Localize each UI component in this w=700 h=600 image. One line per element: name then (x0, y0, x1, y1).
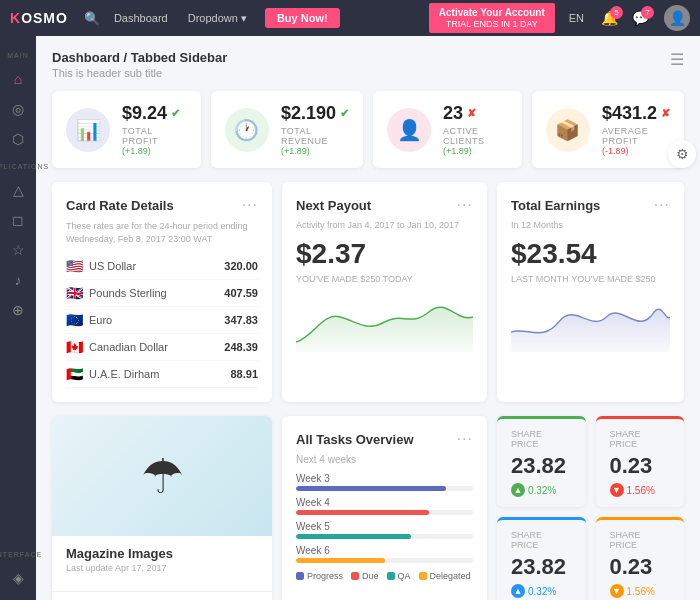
rate-row-cad: 🇨🇦Canadian Dollar 248.39 (66, 334, 258, 361)
next-payout-menu[interactable]: ··· (457, 196, 473, 214)
buy-button[interactable]: Buy Now! (265, 8, 340, 28)
total-earnings-value: $23.54 (511, 238, 670, 270)
activate-banner: Activate Your Account TRIAL ENDS IN 1 DA… (429, 3, 555, 34)
total-earnings-period: In 12 Months (511, 220, 670, 230)
sidebar-music[interactable]: ♪ (2, 266, 34, 294)
card-rate-menu[interactable]: ··· (242, 196, 258, 214)
tasks-title: All Tasks Overview (296, 432, 414, 447)
card-rate-title: Card Rate Details (66, 198, 174, 213)
revenue-label: TOTAL REVENUE (281, 126, 349, 146)
revenue-change: (+1.89) (281, 146, 349, 156)
avatar[interactable]: 👤 (664, 5, 690, 31)
sidebar-home[interactable]: ⌂ (2, 65, 34, 93)
avg-profit-label: AVERAGE PROFIT (602, 126, 670, 146)
tasks-menu[interactable]: ··· (457, 430, 473, 448)
share-change-4: ▼ 1.56% (610, 584, 671, 598)
avg-profit-value: $431.2 ✘ (602, 103, 670, 124)
amount-gbp: 407.59 (224, 287, 258, 299)
rate-row-aed: 🇦🇪U.A.E. Dirham 88.91 (66, 361, 258, 388)
magazine-update: Last update Apr 17, 2017 (66, 563, 258, 573)
menu-icon[interactable]: ☰ (670, 50, 684, 69)
share-card-2: SHARE PRICE 0.23 ▼ 1.56% (596, 416, 685, 507)
share-row-1: SHARE PRICE 23.82 ▲ 0.32% SHARE PRICE 0.… (497, 416, 684, 507)
profit-icon: 📊 (66, 108, 110, 152)
bottom-row: ☂ Magazine Images Last update Apr 17, 20… (52, 416, 684, 600)
total-earnings-sub: LAST MONTH YOU'VE MADE $250 (511, 274, 670, 284)
rate-row-usd: 🇺🇸US Dollar 320.00 (66, 253, 258, 280)
next-payout-made: YOU'VE MADE $250 TODAY (296, 274, 473, 284)
rate-row-gbp: 🇬🇧Pounds Sterling 407.59 (66, 280, 258, 307)
main-content: Dashboard / Tabbed Sidebar This is heade… (36, 36, 700, 600)
avg-profit-change: (-1.89) (602, 146, 670, 156)
share-change-1: ▲ 0.32% (511, 483, 572, 497)
nav-dropdown[interactable]: Dropdown ▾ (182, 8, 253, 29)
sidebar-users[interactable]: △ (2, 176, 34, 204)
page-header: Dashboard / Tabbed Sidebar This is heade… (52, 50, 684, 79)
share-card-3: SHARE PRICE 23.82 ▲ 0.32% (497, 517, 586, 600)
settings-gear-icon[interactable]: ⚙ (668, 140, 696, 168)
page-subtitle: This is header sub title (52, 67, 227, 79)
task-week6: Week 6 (296, 545, 473, 563)
total-earnings-title: Total Earnings (511, 198, 600, 213)
layout: MAIN ⌂ ◎ ⬡ APPLICATIONS △ ◻ ☆ ♪ ⊕ INTERF… (0, 36, 700, 600)
next-payout-chart (296, 292, 473, 352)
share-card-4: SHARE PRICE 0.23 ▼ 1.56% (596, 517, 685, 600)
card-rate-subtitle: These rates are for the 24-hour period e… (66, 220, 258, 245)
stat-cards-row: 📊 $9.24 ✔ TOTAL PROFIT (+1.89) 🕐 $2.190 … (52, 91, 684, 168)
magazine-image: ☂ (52, 416, 272, 536)
task-rows: Week 3 Week 4 Week 5 Week 6 (296, 473, 473, 563)
next-payout-value: $2.37 (296, 238, 473, 270)
stat-card-avg-profit: 📦 $431.2 ✘ AVERAGE PROFIT (-1.89) (532, 91, 684, 168)
share-change-2: ▼ 1.56% (610, 483, 671, 497)
sidebar-tasks[interactable]: ☆ (2, 236, 34, 264)
amount-cad: 248.39 (224, 341, 258, 353)
rate-list: 🇺🇸US Dollar 320.00 🇬🇧Pounds Sterling 407… (66, 253, 258, 388)
sidebar-interface[interactable]: ◈ (2, 564, 34, 592)
clients-label: ACTIVE CLIENTS (443, 126, 508, 146)
flag-usd: 🇺🇸 (66, 258, 83, 274)
logo: KOSMO (10, 10, 68, 26)
task-week3: Week 3 (296, 473, 473, 491)
revenue-value: $2.190 ✔ (281, 103, 349, 124)
sidebar-main-label: MAIN (5, 52, 31, 59)
task-legend: Progress Due QA Delegated (296, 571, 473, 581)
share-change-3: ▲ 0.32% (511, 584, 572, 598)
search-button[interactable]: 🔍 (84, 11, 100, 26)
next-payout-date: Activity from Jan 4, 2017 to Jan 10, 201… (296, 220, 473, 230)
clients-icon: 👤 (387, 108, 431, 152)
top-bar: KOSMO 🔍 Dashboard Dropdown ▾ Buy Now! Ac… (0, 0, 700, 36)
tasks-period: Next 4 weeks (296, 454, 473, 465)
sidebar: MAIN ⌂ ◎ ⬡ APPLICATIONS △ ◻ ☆ ♪ ⊕ INTERF… (0, 36, 36, 600)
total-earnings-card: Total Earnings ··· In 12 Months $23.54 L… (497, 182, 684, 402)
sidebar-add[interactable]: ⊕ (2, 296, 34, 324)
magazine-card: ☂ Magazine Images Last update Apr 17, 20… (52, 416, 272, 600)
next-payout-title: Next Payout (296, 198, 371, 213)
flag-cad: 🇨🇦 (66, 339, 83, 355)
language-selector[interactable]: EN (569, 12, 584, 24)
share-price-grid: SHARE PRICE 23.82 ▲ 0.32% SHARE PRICE 0.… (497, 416, 684, 600)
tasks-card: All Tasks Overview ··· Next 4 weeks Week… (282, 416, 487, 600)
profit-value: $9.24 ✔ (122, 103, 187, 124)
flag-eur: 🇪🇺 (66, 312, 83, 328)
mid-row: Card Rate Details ··· These rates are fo… (52, 182, 684, 402)
sidebar-settings[interactable]: ⬡ (2, 125, 34, 153)
task-week4: Week 4 (296, 497, 473, 515)
amount-eur: 347.83 (224, 314, 258, 326)
card-rate-details: Card Rate Details ··· These rates are fo… (52, 182, 272, 402)
total-earnings-chart (511, 292, 670, 352)
breadcrumb: Dashboard / Tabbed Sidebar (52, 50, 227, 65)
clients-change: (+1.89) (443, 146, 508, 156)
clients-value: 23 ✘ (443, 103, 508, 124)
share-row-2: SHARE PRICE 23.82 ▲ 0.32% SHARE PRICE 0.… (497, 517, 684, 600)
profit-change: (+1.89) (122, 146, 187, 156)
magazine-title: Magazine Images (66, 546, 258, 561)
amount-usd: 320.00 (224, 260, 258, 272)
messages-button[interactable]: 💬 7 (632, 10, 649, 26)
total-earnings-menu[interactable]: ··· (654, 196, 670, 214)
sidebar-analytics[interactable]: ◎ (2, 95, 34, 123)
sidebar-calendar[interactable]: ◻ (2, 206, 34, 234)
nav-dashboard[interactable]: Dashboard (108, 8, 174, 28)
next-payout-card: Next Payout ··· Activity from Jan 4, 201… (282, 182, 487, 402)
revenue-icon: 🕐 (225, 108, 269, 152)
notifications-button[interactable]: 🔔 5 (601, 10, 618, 26)
